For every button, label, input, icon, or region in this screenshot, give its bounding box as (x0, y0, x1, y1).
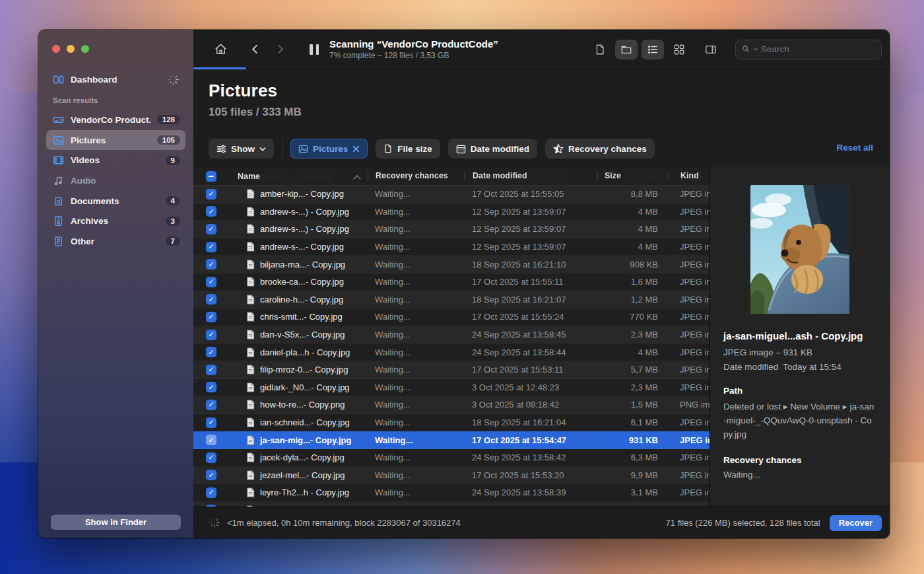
row-checkbox[interactable]: ✓ (206, 435, 216, 445)
count-badge: 7 (166, 236, 180, 246)
close-window-button[interactable] (52, 45, 60, 53)
list-view-button[interactable] (642, 40, 664, 59)
recovery-chances-filter-button[interactable]: Recovery chances (545, 139, 655, 159)
row-checkbox[interactable]: ✓ (206, 259, 216, 269)
kind-cell: PNG ima (668, 400, 710, 410)
preview-view-button[interactable] (589, 40, 611, 59)
search-field[interactable] (735, 40, 882, 59)
row-checkbox[interactable]: ✓ (206, 470, 216, 480)
column-header-kind[interactable]: Kind (668, 171, 710, 181)
sidebar-item-vendorco[interactable]: VendorCo Product... 128 (46, 110, 185, 130)
table-row[interactable]: ✓ jezael-mel...- Copy.jpg Waiting... 17 … (193, 467, 710, 485)
date-cell: 17 Oct 2025 at 15:53:11 (464, 365, 597, 375)
column-header-name[interactable]: Name (216, 172, 368, 181)
table-row[interactable]: ✓ andrew-s-...- Copy.jpg Waiting... 12 S… (193, 238, 710, 256)
table-row[interactable]: ✓ leyre-Th2...h - Copy.jpg Waiting... 24… (193, 484, 710, 502)
file-icon (246, 330, 255, 340)
column-header-size[interactable]: Size (597, 171, 668, 181)
back-button[interactable] (244, 40, 266, 59)
count-badge: 9 (166, 156, 180, 165)
column-header-date[interactable]: Date modified (464, 171, 597, 181)
row-checkbox[interactable]: ✓ (206, 277, 216, 287)
table-row[interactable]: ✓ louis-pouli...- Copy.jpg Waiting... 17… (193, 502, 710, 507)
forward-button[interactable] (269, 40, 291, 59)
grid-view-button[interactable] (668, 40, 690, 59)
table-row[interactable]: ✓ caroline-h...- Copy.jpg Waiting... 18 … (193, 291, 710, 309)
table-row[interactable]: ✓ gidlark-_N0...- Copy.jpg Waiting... 3 … (193, 379, 710, 397)
star-half-icon (553, 143, 564, 154)
recover-button[interactable]: Recover (830, 515, 882, 531)
date-cell: 12 Sep 2025 at 13:59:07 (464, 207, 597, 217)
column-header-recovery[interactable]: Recovery chances (368, 171, 464, 181)
row-checkbox[interactable]: ✓ (206, 365, 216, 375)
row-checkbox[interactable]: ✓ (206, 505, 216, 507)
recovery-cell: Waiting... (368, 260, 464, 269)
show-in-finder-button[interactable]: Show in Finder (51, 515, 181, 530)
table-row[interactable]: ✓ biljana-ma...- Copy.jpg Waiting... 18 … (193, 256, 710, 273)
table-row[interactable]: ✓ dan-v-S5x...- Copy.jpg Waiting... 24 S… (193, 326, 710, 344)
file-name: filip-mroz-0...- Copy.jpg (260, 365, 348, 375)
scan-status: Scanning “VendorCo ProductCode” 7% compl… (329, 38, 498, 60)
table-row[interactable]: ✓ amber-kip...- Copy.jpg Waiting... 17 O… (193, 186, 710, 203)
row-checkbox[interactable]: ✓ (206, 242, 216, 252)
toggle-details-panel-button[interactable] (700, 40, 722, 59)
pause-scan-button[interactable] (310, 44, 319, 55)
sidebar-item-other[interactable]: Other 7 (46, 231, 185, 252)
row-checkbox[interactable]: ✓ (206, 400, 216, 410)
folder-view-button[interactable] (615, 40, 638, 59)
row-checkbox[interactable]: ✓ (206, 452, 216, 463)
row-checkbox[interactable]: ✓ (206, 347, 216, 357)
zoom-window-button[interactable] (81, 45, 89, 53)
reset-all-button[interactable]: Reset all (836, 143, 873, 153)
table-row[interactable]: ✓ andrew-s-...) - Copy.jpg Waiting... 12… (193, 203, 710, 221)
table-row[interactable]: ✓ daniel-pla...h - Copy.jpg Waiting... 2… (193, 343, 710, 361)
file-name: caroline-h...- Copy.jpg (260, 295, 343, 305)
table-row[interactable]: ✓ filip-mroz-0...- Copy.jpg Waiting... 1… (193, 361, 710, 379)
date-modified-filter-button[interactable]: Date modified (448, 139, 537, 159)
window-controls (52, 45, 89, 53)
file-name: andrew-s-...) - Copy.jpg (260, 207, 349, 217)
date-cell: 17 Oct 2025 at 15:53:20 (464, 470, 597, 480)
sidebar-item-dashboard[interactable]: Dashboard (46, 69, 185, 89)
row-checkbox[interactable]: ✓ (206, 312, 216, 322)
table-row[interactable]: ✓ andrew-s-...) - Copy.jpg Waiting... 12… (193, 221, 710, 238)
sidebar-item-archives[interactable]: Archives 3 (46, 211, 185, 231)
recovery-cell: Waiting... (368, 365, 464, 375)
row-checkbox[interactable]: ✓ (206, 417, 216, 428)
row-checkbox[interactable]: ✓ (206, 487, 216, 498)
chevron-down-icon (259, 147, 266, 151)
size-cell: 4 MB (597, 224, 668, 234)
home-button[interactable] (209, 40, 232, 59)
sidebar-item-audio[interactable]: Audio (46, 170, 185, 191)
row-checkbox[interactable]: ✓ (206, 294, 216, 305)
file-name: jezael-mel...- Copy.jpg (260, 470, 345, 480)
table-row[interactable]: ✓ ja-san-mig...- Copy.jpg Waiting... 17 … (193, 431, 710, 449)
kind-cell: JPEG im (668, 260, 710, 269)
details-panel: ja-san-miguel...ash - Copy.jpg JPEG imag… (710, 167, 890, 507)
table-row[interactable]: ✓ jacek-dyla...- Copy.jpg Waiting... 24 … (193, 449, 710, 467)
row-checkbox[interactable]: ✓ (206, 382, 216, 392)
minimize-window-button[interactable] (67, 45, 75, 53)
select-all-checkbox[interactable] (206, 171, 216, 182)
recovery-cell: Waiting... (368, 505, 464, 507)
show-filter-button[interactable]: Show (209, 139, 274, 159)
sidebar-item-videos[interactable]: Videos 9 (46, 150, 185, 170)
table-row[interactable]: ✓ brooke-ca...- Copy.jpg Waiting... 17 O… (193, 273, 710, 291)
sidebar-item-pictures[interactable]: Pictures 105 (46, 130, 185, 151)
file-icon (246, 470, 255, 480)
table-row[interactable]: ✓ chris-smit...- Copy.jpg Waiting... 17 … (193, 308, 710, 326)
file-icon (246, 400, 255, 410)
search-input[interactable] (761, 44, 875, 54)
row-checkbox[interactable]: ✓ (206, 206, 216, 217)
row-checkbox[interactable]: ✓ (206, 330, 216, 340)
pictures-filter-chip[interactable]: Pictures (290, 139, 368, 159)
row-checkbox[interactable]: ✓ (206, 189, 216, 199)
sidebar-item-documents[interactable]: Documents 4 (46, 191, 185, 211)
file-name: jacek-dyla...- Copy.jpg (260, 452, 345, 462)
file-size-filter-button[interactable]: File size (376, 139, 440, 159)
film-icon (53, 155, 64, 166)
table-row[interactable]: ✓ ian-schneid...- Copy.jpg Waiting... 18… (193, 414, 710, 432)
row-checkbox[interactable]: ✓ (206, 224, 216, 234)
table-row[interactable]: ✓ how-to-re...- Copy.png Waiting... 3 Oc… (193, 396, 710, 414)
file-name: amber-kip...- Copy.jpg (260, 189, 344, 199)
